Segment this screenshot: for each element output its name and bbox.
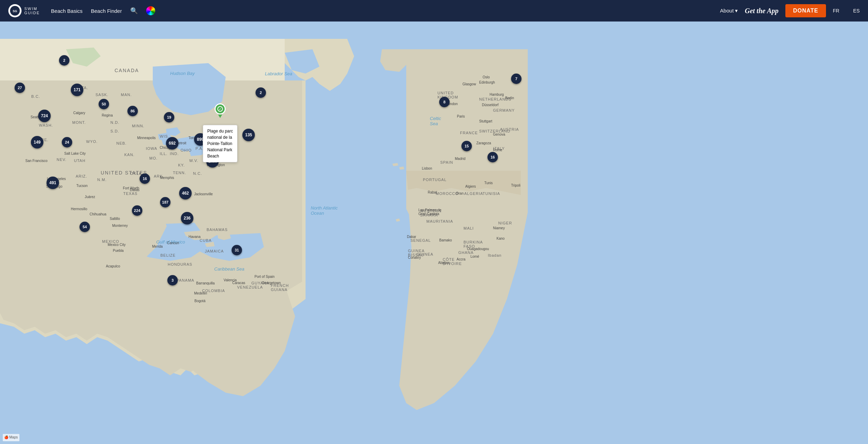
logo-guide: GUIDE bbox=[24, 11, 40, 15]
map-container[interactable]: CANADAUNITED STATESMEXICOHudson BayLabra… bbox=[0, 22, 868, 444]
beach-basics-link[interactable]: Beach Basics bbox=[51, 8, 83, 14]
search-icon[interactable]: 🔍 bbox=[130, 7, 138, 15]
nav-right: About ▾ Get the App DONATE FR ES bbox=[720, 4, 860, 17]
tooltip-line4: National Park bbox=[207, 147, 233, 153]
logo[interactable]: SG SWIM GUIDE bbox=[8, 4, 40, 17]
apple-maps-attribution: 🍎 Maps bbox=[3, 434, 19, 441]
about-menu[interactable]: About ▾ bbox=[720, 8, 738, 14]
tooltip-line2: national de la bbox=[207, 134, 233, 140]
tooltip-line5: Beach bbox=[207, 153, 233, 159]
logo-circle: SG bbox=[8, 4, 22, 17]
tooltip-line3: Pointe-Taillon bbox=[207, 140, 233, 147]
tooltip-line1: Plage du parc bbox=[207, 128, 233, 134]
lang-es[interactable]: ES bbox=[853, 8, 860, 14]
navbar: SG SWIM GUIDE Beach Basics Beach Finder … bbox=[0, 0, 868, 22]
lang-fr[interactable]: FR bbox=[833, 8, 840, 14]
nav-links: Beach Basics Beach Finder 🔍 bbox=[51, 6, 720, 15]
svg-text:🍎 Maps: 🍎 Maps bbox=[4, 435, 18, 439]
get-app-link[interactable]: Get the App bbox=[745, 7, 778, 15]
logo-inner: SG bbox=[10, 6, 20, 16]
svg-text:✓: ✓ bbox=[219, 107, 222, 111]
logo-swim: SWIM bbox=[24, 7, 40, 11]
pin-circle: ✓ bbox=[215, 103, 226, 114]
color-wheel-icon[interactable] bbox=[146, 6, 155, 15]
logo-text: SWIM GUIDE bbox=[24, 7, 40, 15]
donate-button[interactable]: DONATE bbox=[785, 4, 826, 17]
beach-finder-link[interactable]: Beach Finder bbox=[91, 8, 122, 14]
beach-tooltip: Plage du parc national de la Pointe-Tail… bbox=[203, 125, 237, 162]
svg-text:SG: SG bbox=[12, 9, 17, 13]
